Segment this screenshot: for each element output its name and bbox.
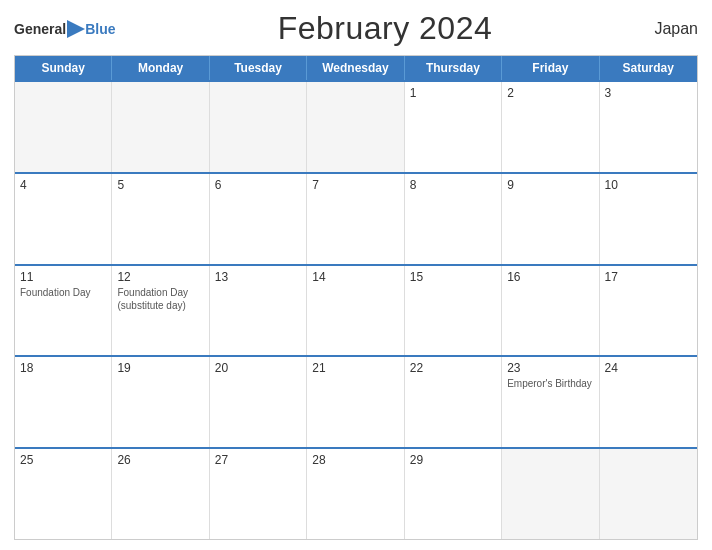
cal-cell-1-1 (15, 82, 112, 172)
logo: General Blue (14, 20, 115, 38)
day-number: 11 (20, 270, 106, 284)
cal-week-3: 11Foundation Day12Foundation Day (substi… (15, 264, 697, 356)
event-label: Foundation Day (20, 286, 106, 299)
weekday-tuesday: Tuesday (210, 56, 307, 80)
day-number: 16 (507, 270, 593, 284)
cal-cell-1-7: 3 (600, 82, 697, 172)
cal-cell-4-6: 23Emperor's Birthday (502, 357, 599, 447)
cal-cell-3-3: 13 (210, 266, 307, 356)
cal-week-5: 2526272829 (15, 447, 697, 539)
event-label: Emperor's Birthday (507, 377, 593, 390)
day-number: 18 (20, 361, 106, 375)
svg-marker-0 (67, 20, 85, 38)
cal-cell-2-7: 10 (600, 174, 697, 264)
cal-week-1: 123 (15, 80, 697, 172)
cal-cell-4-4: 21 (307, 357, 404, 447)
cal-cell-5-1: 25 (15, 449, 112, 539)
cal-cell-3-7: 17 (600, 266, 697, 356)
cal-cell-2-5: 8 (405, 174, 502, 264)
day-number: 9 (507, 178, 593, 192)
day-number: 10 (605, 178, 692, 192)
cal-cell-2-2: 5 (112, 174, 209, 264)
weekday-friday: Friday (502, 56, 599, 80)
calendar-title: February 2024 (278, 10, 493, 47)
day-number: 21 (312, 361, 398, 375)
cal-cell-4-5: 22 (405, 357, 502, 447)
weekday-thursday: Thursday (405, 56, 502, 80)
cal-cell-5-4: 28 (307, 449, 404, 539)
day-number: 19 (117, 361, 203, 375)
cal-cell-1-5: 1 (405, 82, 502, 172)
weekday-wednesday: Wednesday (307, 56, 404, 80)
day-number: 3 (605, 86, 692, 100)
day-number: 25 (20, 453, 106, 467)
cal-cell-3-2: 12Foundation Day (substitute day) (112, 266, 209, 356)
cal-cell-3-5: 15 (405, 266, 502, 356)
calendar-body: 1234567891011Foundation Day12Foundation … (15, 80, 697, 539)
logo-flag-icon (67, 20, 85, 38)
cal-week-2: 45678910 (15, 172, 697, 264)
day-number: 4 (20, 178, 106, 192)
day-number: 17 (605, 270, 692, 284)
calendar-header: Sunday Monday Tuesday Wednesday Thursday… (15, 56, 697, 80)
cal-cell-5-2: 26 (112, 449, 209, 539)
day-number: 12 (117, 270, 203, 284)
day-number: 13 (215, 270, 301, 284)
day-number: 7 (312, 178, 398, 192)
day-number: 1 (410, 86, 496, 100)
logo-blue: Blue (85, 21, 115, 37)
cal-cell-2-3: 6 (210, 174, 307, 264)
day-number: 28 (312, 453, 398, 467)
day-number: 20 (215, 361, 301, 375)
day-number: 23 (507, 361, 593, 375)
cal-cell-4-1: 18 (15, 357, 112, 447)
day-number: 5 (117, 178, 203, 192)
cal-cell-5-7 (600, 449, 697, 539)
cal-cell-1-2 (112, 82, 209, 172)
page-header: General Blue February 2024 Japan (14, 10, 698, 47)
country-label: Japan (654, 20, 698, 38)
logo-general: General (14, 21, 66, 37)
cal-cell-1-4 (307, 82, 404, 172)
calendar-page: General Blue February 2024 Japan Sunday … (0, 0, 712, 550)
cal-cell-3-4: 14 (307, 266, 404, 356)
cal-cell-4-3: 20 (210, 357, 307, 447)
day-number: 2 (507, 86, 593, 100)
cal-cell-1-3 (210, 82, 307, 172)
cal-week-4: 181920212223Emperor's Birthday24 (15, 355, 697, 447)
cal-cell-5-5: 29 (405, 449, 502, 539)
calendar-grid: Sunday Monday Tuesday Wednesday Thursday… (14, 55, 698, 540)
weekday-monday: Monday (112, 56, 209, 80)
cal-cell-3-6: 16 (502, 266, 599, 356)
day-number: 14 (312, 270, 398, 284)
cal-cell-2-6: 9 (502, 174, 599, 264)
event-label: Foundation Day (substitute day) (117, 286, 203, 312)
weekday-saturday: Saturday (600, 56, 697, 80)
day-number: 24 (605, 361, 692, 375)
cal-cell-5-3: 27 (210, 449, 307, 539)
cal-cell-3-1: 11Foundation Day (15, 266, 112, 356)
cal-cell-4-2: 19 (112, 357, 209, 447)
day-number: 6 (215, 178, 301, 192)
day-number: 15 (410, 270, 496, 284)
day-number: 26 (117, 453, 203, 467)
day-number: 29 (410, 453, 496, 467)
cal-cell-2-4: 7 (307, 174, 404, 264)
day-number: 22 (410, 361, 496, 375)
cal-cell-1-6: 2 (502, 82, 599, 172)
cal-cell-5-6 (502, 449, 599, 539)
cal-cell-4-7: 24 (600, 357, 697, 447)
cal-cell-2-1: 4 (15, 174, 112, 264)
day-number: 8 (410, 178, 496, 192)
day-number: 27 (215, 453, 301, 467)
weekday-sunday: Sunday (15, 56, 112, 80)
